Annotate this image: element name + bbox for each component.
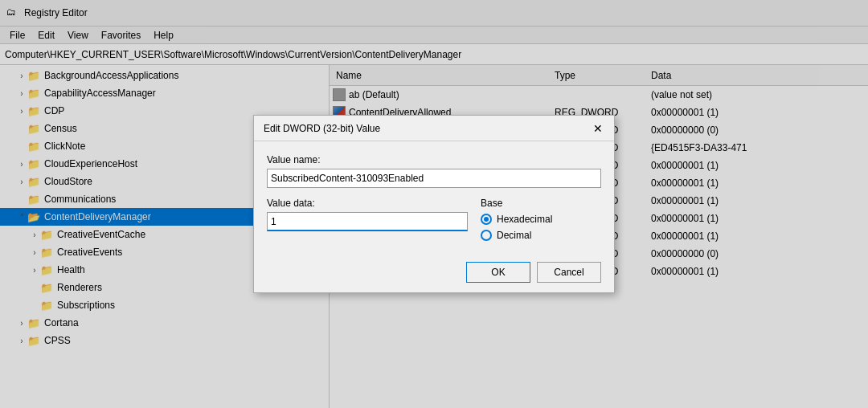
dialog-overlay: Edit DWORD (32-bit) Value ✕ Value name: … bbox=[0, 0, 868, 408]
decimal-label: Decimal bbox=[497, 230, 531, 241]
base-section: Base Hexadecimal Decimal bbox=[481, 198, 601, 246]
base-label: Base bbox=[481, 198, 601, 209]
hexadecimal-label: Hexadecimal bbox=[497, 214, 552, 225]
value-data-input[interactable] bbox=[267, 212, 468, 231]
value-data-row: Value data: Base Hexadecimal Decimal bbox=[267, 198, 601, 246]
dialog-body: Value name: Value data: Base Hexadecimal bbox=[254, 141, 614, 292]
value-data-section: Value data: bbox=[267, 198, 468, 246]
dialog-titlebar: Edit DWORD (32-bit) Value ✕ bbox=[254, 116, 614, 141]
dialog-title: Edit DWORD (32-bit) Value bbox=[264, 123, 380, 134]
value-name-label: Value name: bbox=[267, 154, 601, 165]
dialog-close-button[interactable]: ✕ bbox=[588, 119, 608, 138]
hexadecimal-option[interactable]: Hexadecimal bbox=[481, 214, 601, 225]
dialog-buttons: OK Cancel bbox=[267, 259, 601, 283]
value-name-input[interactable] bbox=[267, 169, 601, 188]
decimal-radio[interactable] bbox=[481, 230, 492, 241]
decimal-option[interactable]: Decimal bbox=[481, 230, 601, 241]
cancel-button[interactable]: Cancel bbox=[537, 262, 601, 283]
hexadecimal-radio[interactable] bbox=[481, 214, 492, 225]
value-data-label: Value data: bbox=[267, 198, 468, 209]
ok-button[interactable]: OK bbox=[466, 262, 530, 283]
edit-dword-dialog: Edit DWORD (32-bit) Value ✕ Value name: … bbox=[253, 115, 615, 293]
